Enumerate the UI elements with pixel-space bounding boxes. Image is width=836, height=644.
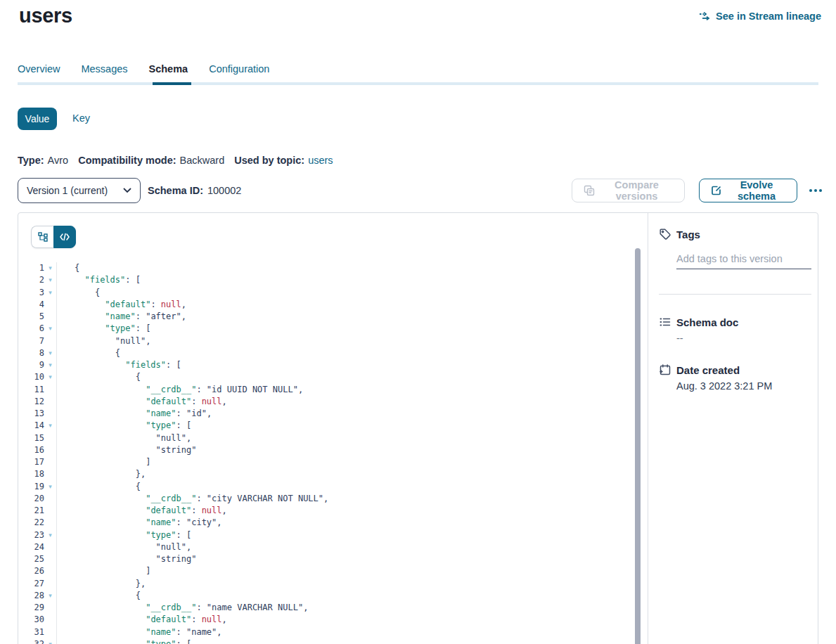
evolve-schema-button[interactable]: Evolve schema — [699, 179, 797, 202]
code-text: "fields": [ — [57, 274, 141, 286]
fold-arrow-icon[interactable]: ▾ — [44, 359, 57, 371]
doc-list-icon — [659, 316, 671, 328]
fold-arrow-icon[interactable]: ▾ — [44, 347, 57, 359]
line-number: 2 — [18, 274, 44, 286]
code-text: "null", — [57, 541, 191, 553]
compare-versions-icon — [584, 185, 595, 196]
code-text: "default": null, — [57, 299, 186, 311]
schema-code-editor[interactable]: 1▾{2▾ "fields": [3▾ {4 "default": null,5… — [18, 262, 635, 644]
line-number: 15 — [18, 432, 44, 444]
line-number: 8 — [18, 347, 44, 359]
code-line: 30 "default": null, — [18, 614, 635, 626]
code-text: { — [57, 347, 120, 359]
code-text: { — [57, 287, 100, 299]
see-in-stream-lineage-link[interactable]: See in Stream lineage — [699, 11, 821, 22]
fold-gutter — [44, 602, 57, 614]
code-text: "null", — [57, 335, 150, 347]
meta-label: Type: — [18, 155, 44, 166]
line-number: 16 — [18, 444, 44, 456]
more-actions-button[interactable] — [804, 179, 827, 202]
code-line: 25 "string" — [18, 553, 635, 565]
code-text: "string" — [57, 553, 196, 565]
code-text: ] — [57, 456, 150, 468]
schema-doc-title: Schema doc — [676, 316, 738, 328]
fold-arrow-icon[interactable]: ▾ — [44, 287, 57, 299]
tab-schema[interactable]: Schema — [149, 63, 188, 75]
schema-doc-heading: Schema doc — [659, 316, 738, 328]
line-number: 27 — [18, 578, 44, 590]
tab-active-indicator — [153, 82, 191, 85]
code-line: 14▾ "type": [ — [18, 420, 635, 432]
schema-id-value: 100002 — [207, 185, 241, 196]
code-line: 18 }, — [18, 468, 635, 480]
fold-arrow-icon[interactable]: ▾ — [44, 371, 57, 383]
code-text: }, — [57, 578, 146, 590]
stream-lineage-icon — [699, 11, 711, 22]
fold-arrow-icon[interactable]: ▾ — [44, 590, 57, 602]
key-segment-button[interactable]: Key — [72, 112, 90, 124]
version-select-value: Version 1 (current) — [27, 185, 108, 196]
fold-arrow-icon[interactable]: ▾ — [44, 638, 57, 644]
value-segment-button[interactable]: Value — [18, 108, 57, 130]
line-number: 20 — [18, 493, 44, 505]
schema-sidebar: Tags Schema doc -- Date created — [648, 213, 818, 644]
calendar-plus-icon — [659, 363, 671, 376]
code-line: 5 "name": "after", — [18, 311, 635, 323]
line-number: 31 — [18, 626, 44, 638]
meta-item: Type:Avro — [18, 155, 68, 166]
code-text: "default": null, — [57, 505, 227, 517]
meta-item: Used by topic:users — [234, 155, 333, 166]
code-line: 27 }, — [18, 578, 635, 590]
code-text: "type": [ — [57, 323, 150, 335]
fold-gutter — [44, 517, 57, 529]
code-line: 2▾ "fields": [ — [18, 274, 635, 286]
tab-messages[interactable]: Messages — [81, 63, 127, 75]
fold-arrow-icon[interactable]: ▾ — [44, 420, 57, 432]
code-text: "default": null, — [57, 614, 227, 626]
line-number: 21 — [18, 505, 44, 517]
line-number: 12 — [18, 396, 44, 408]
fold-arrow-icon[interactable]: ▾ — [44, 262, 57, 274]
code-text: { — [57, 371, 141, 383]
fold-arrow-icon[interactable]: ▾ — [44, 481, 57, 493]
line-number: 29 — [18, 602, 44, 614]
topic-link[interactable]: users — [308, 155, 333, 166]
code-text: "type": [ — [57, 420, 191, 432]
date-created-title: Date created — [676, 364, 740, 376]
compare-versions-button[interactable]: Compare versions — [572, 179, 685, 202]
code-line: 26 ] — [18, 565, 635, 577]
version-select[interactable]: Version 1 (current) — [18, 178, 141, 203]
tab-configuration[interactable]: Configuration — [209, 63, 269, 75]
line-number: 28 — [18, 590, 44, 602]
code-text: "type": [ — [57, 638, 191, 644]
code-text: { — [57, 481, 141, 493]
code-line: 23▾ "type": [ — [18, 529, 635, 541]
editor-vertical-scrollbar[interactable] — [635, 248, 641, 644]
code-text: }, — [57, 468, 146, 480]
code-line: 32▾ "type": [ — [18, 638, 635, 644]
line-number: 24 — [18, 541, 44, 553]
line-number: 3 — [18, 287, 44, 299]
edit-schema-icon — [711, 185, 722, 196]
code-line: 22 "name": "city", — [18, 517, 635, 529]
fold-arrow-icon[interactable]: ▾ — [44, 529, 57, 541]
add-tags-input[interactable] — [676, 252, 811, 269]
code-line: 24 "null", — [18, 541, 635, 553]
code-text: "name": "after", — [57, 311, 186, 323]
fold-arrow-icon[interactable]: ▾ — [44, 323, 57, 335]
schema-doc-value: -- — [676, 333, 683, 344]
fold-gutter — [44, 396, 57, 408]
ellipsis-dot — [814, 189, 817, 192]
tab-overview[interactable]: Overview — [18, 63, 60, 75]
code-view-toggle-button[interactable] — [53, 226, 76, 248]
line-number: 25 — [18, 553, 44, 565]
tags-section-heading: Tags — [659, 228, 700, 240]
sidebar-divider — [659, 294, 811, 295]
schema-id-label: Schema ID: — [148, 185, 203, 196]
code-line: 21 "default": null, — [18, 505, 635, 517]
fold-gutter — [44, 505, 57, 517]
tree-view-toggle-button[interactable] — [31, 226, 53, 248]
code-line: 29 "__crdb__": "name VARCHAR NULL", — [18, 602, 635, 614]
fold-arrow-icon[interactable]: ▾ — [44, 274, 57, 286]
fold-gutter — [44, 311, 57, 323]
